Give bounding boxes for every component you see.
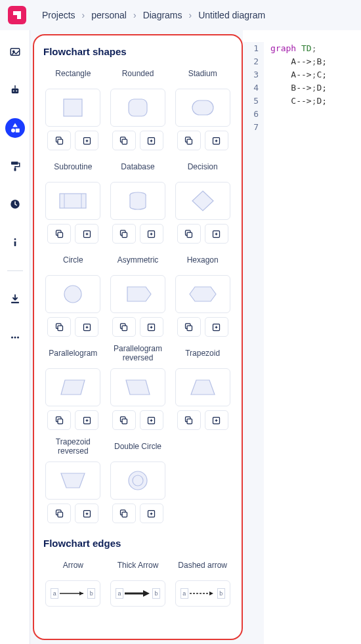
add-button[interactable] [75,224,98,244]
copy-button[interactable] [112,131,136,150]
app-logo[interactable] [8,6,26,24]
copy-button[interactable] [112,317,136,337]
copy-button[interactable] [47,224,71,244]
add-button[interactable] [140,410,163,430]
svg-rect-53 [122,326,127,331]
add-button[interactable] [75,504,98,523]
add-button[interactable] [75,131,98,150]
copy-button[interactable] [112,410,136,430]
add-button[interactable] [205,410,228,430]
code-line: A-->;C; [270,68,327,81]
shape-preview[interactable] [45,182,100,220]
shapes-icon[interactable] [5,118,25,138]
copy-button[interactable] [177,410,201,430]
svg-point-14 [11,337,13,339]
line-number: 5 [243,95,259,108]
add-button[interactable] [75,317,98,337]
code-line: B-->;D; [270,81,327,95]
shape-label: Rectangle [55,64,91,85]
breadcrumb-item[interactable]: Projects [42,10,75,20]
code-line: A-->;B; [270,55,327,68]
shape-label: Database [121,157,154,178]
code-lines: graph TD; A-->;B; A-->;C; B-->;D; C-->;D… [264,42,327,644]
shape-preview[interactable] [175,89,230,127]
edge-preview[interactable]: a b [110,580,165,607]
shape-label: Parallelogram reversed [108,343,168,364]
edge-node-a: a [116,588,123,599]
clock-icon[interactable] [5,194,25,214]
shape-label: Subroutine [54,157,92,178]
add-button[interactable] [140,224,163,244]
add-button[interactable] [205,317,228,337]
shape-preview[interactable] [45,462,100,500]
svg-rect-2 [11,89,18,94]
edge-node-a: a [180,588,188,599]
shape-label: Decision [188,157,218,178]
copy-button[interactable] [112,224,136,244]
shape-preview[interactable] [110,182,165,220]
svg-rect-23 [122,139,127,144]
edge-preview[interactable]: a b [175,580,230,607]
svg-point-78 [133,475,143,486]
shape-preview[interactable] [175,275,230,313]
shape-card: Circle [43,250,103,337]
edge-preview[interactable]: a b [45,580,100,607]
edge-label: Arrow [63,555,83,576]
copy-button[interactable] [47,131,71,150]
breadcrumb-item[interactable]: Untitled diagram [198,10,265,20]
svg-point-6 [11,129,15,133]
shape-preview[interactable] [45,89,100,127]
shape-preview[interactable] [110,368,165,406]
shape-label: Stadium [188,64,217,85]
info-icon[interactable] [5,232,25,252]
svg-point-3 [12,91,14,92]
svg-point-11 [14,238,16,240]
download-icon[interactable] [5,290,25,309]
copy-button[interactable] [112,504,136,523]
svg-rect-22 [129,99,147,116]
shape-card: Rectangle [43,64,103,150]
shape-card: Double Circle [108,437,168,523]
svg-point-48 [64,286,81,303]
copy-button[interactable] [47,317,71,337]
breadcrumb-item[interactable]: Diagrams [143,10,182,20]
copy-button[interactable] [177,317,201,337]
shape-preview[interactable] [110,89,165,127]
svg-rect-35 [58,232,63,238]
breadcrumb: Projects › personal › Diagrams › Untitle… [0,0,361,30]
shape-preview[interactable] [110,275,165,313]
more-icon[interactable] [5,328,25,347]
paint-roller-icon[interactable] [5,156,25,176]
copy-button[interactable] [47,504,71,523]
add-button[interactable] [140,317,163,337]
add-button[interactable] [75,410,98,430]
svg-rect-8 [11,161,18,165]
add-button[interactable] [140,131,163,150]
shape-preview[interactable] [45,275,100,313]
add-button[interactable] [205,224,228,244]
shape-preview[interactable] [175,182,230,220]
robot-icon[interactable] [5,80,25,100]
svg-rect-44 [187,232,192,238]
shape-label: Asymmetric [117,250,159,271]
copy-button[interactable] [177,131,201,150]
add-button[interactable] [205,131,228,150]
edge-node-b: b [217,588,225,599]
copy-button[interactable] [177,224,201,244]
shape-card: Trapezoid reversed [43,437,103,523]
edge-card: Thick Arrow a b [108,555,168,611]
shape-card: Stadium [173,64,232,150]
copy-button[interactable] [47,410,71,430]
code-line: graph TD; [270,42,327,55]
shape-label: Hexagon [187,250,219,271]
add-button[interactable] [140,504,163,523]
shape-preview[interactable] [45,368,100,406]
shape-preview[interactable] [110,462,165,500]
svg-rect-9 [14,168,16,171]
shape-preview[interactable] [175,368,230,406]
code-editor[interactable]: 1234567 graph TD; A-->;B; A-->;C; B-->;D… [243,30,361,644]
breadcrumb-item[interactable]: personal [91,10,127,20]
line-number: 7 [243,121,259,134]
image-icon[interactable] [5,42,25,62]
svg-rect-27 [192,100,213,115]
